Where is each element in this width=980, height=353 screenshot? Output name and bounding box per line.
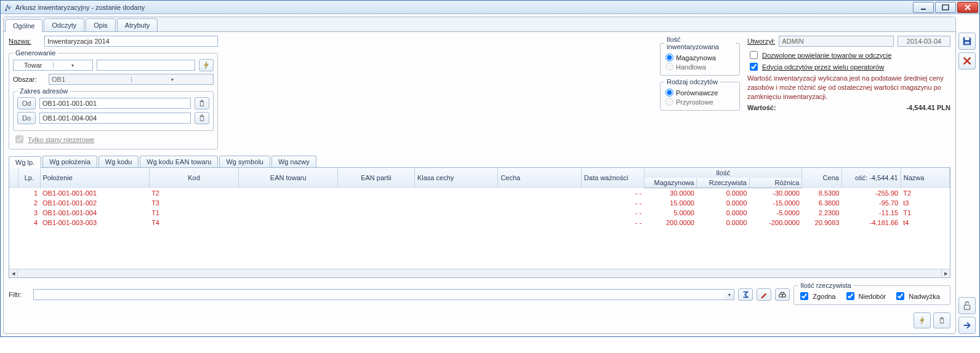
- od-button[interactable]: Od: [17, 97, 36, 109]
- svg-rect-7: [965, 305, 970, 309]
- grid-hscroll[interactable]: ◂ ▸: [9, 269, 950, 277]
- rodzaj-legend: Rodzaj odczytów: [664, 78, 720, 85]
- od-clear-button[interactable]: [195, 97, 209, 109]
- svg-rect-6: [965, 42, 969, 44]
- svg-point-3: [779, 294, 782, 297]
- action-delete-button[interactable]: [933, 312, 950, 328]
- rodzaj-przyrostowe[interactable]: Przyrostowe: [664, 97, 736, 106]
- th-eanp[interactable]: EAN partii: [337, 168, 414, 188]
- trash-icon: [198, 114, 206, 122]
- side-more-button[interactable]: [958, 317, 976, 334]
- svg-point-4: [782, 294, 785, 297]
- tab-ogolne[interactable]: Ogólne: [5, 19, 42, 32]
- tab-odczyty[interactable]: Odczyty: [44, 18, 84, 31]
- table-row[interactable]: 2OB1-001-001-002T3- -15.00000.0000-15.00…: [9, 198, 950, 208]
- scroll-track[interactable]: [18, 269, 941, 277]
- tab-wg-symbolu[interactable]: Wg symbolu: [219, 156, 270, 167]
- filtr-edit-button[interactable]: [757, 288, 771, 301]
- table-row[interactable]: 3OB1-001-001-004T1- -5.00000.0000-5.0000…: [9, 208, 950, 218]
- th-nazwa[interactable]: Nazwa: [901, 168, 949, 188]
- scroll-right-icon[interactable]: ▸: [941, 269, 950, 277]
- close-icon: [962, 55, 973, 66]
- ilosc-magazynowa[interactable]: Magazynowa: [664, 53, 736, 62]
- chevron-down-icon: ▾: [131, 77, 214, 82]
- th-kod[interactable]: Kod: [149, 168, 239, 188]
- grid-scroll[interactable]: Lp. Położenie Kod EAN towaru EAN partii …: [9, 168, 950, 269]
- svg-rect-5: [965, 38, 969, 40]
- do-input[interactable]: [39, 113, 191, 124]
- zakres-group: Zakres adresów Od Do: [13, 87, 214, 131]
- th-polozenie[interactable]: Położenie: [40, 168, 149, 188]
- wartosc-note: Wartość inwentaryzacji wyliczana jest na…: [747, 74, 950, 101]
- chk-nadwyzka[interactable]: Nadwyżka: [894, 290, 940, 302]
- chk-edycja[interactable]: Edycja odczytów przez wielu operatorów: [747, 61, 950, 73]
- titlebar: Arkusz inwentaryzacyjny - zostanie dodan…: [1, 1, 979, 14]
- nazwa-label: Nazwa:: [9, 38, 41, 45]
- th-cena[interactable]: Cena: [802, 168, 842, 188]
- tab-wg-lp[interactable]: Wg lp.: [9, 156, 41, 168]
- tylko-stany-checkbox[interactable]: Tylko stany niezerowe: [13, 133, 214, 145]
- filtr-sum-button[interactable]: [738, 288, 753, 301]
- obszar-value: OB1: [49, 76, 131, 83]
- obszar-label: Obszar:: [13, 76, 45, 83]
- window-close-button[interactable]: [957, 2, 978, 13]
- svg-rect-1: [921, 9, 926, 10]
- obszar-combo[interactable]: OB1 ▾: [49, 74, 214, 85]
- table-row[interactable]: 4OB1-001-003-003T4- -200.00000.0000-200.…: [9, 218, 950, 228]
- gen-type-value: Towar: [14, 61, 53, 69]
- svg-rect-2: [942, 5, 949, 10]
- rodzaj-porownawcze[interactable]: Porównawcze: [664, 88, 736, 97]
- gen-type-combo[interactable]: Towar ▾: [13, 60, 93, 71]
- th-ean[interactable]: EAN towaru: [239, 168, 337, 188]
- ilosc-rzeczywista-group: Ilość rzeczywista Zgodna Niedobór Nadwyż…: [793, 282, 950, 305]
- th-il-mag[interactable]: Magazynowa: [644, 178, 696, 188]
- gen-run-button[interactable]: [199, 59, 214, 71]
- grid-wrap: Lp. Położenie Kod EAN towaru EAN partii …: [9, 167, 950, 278]
- th-osc[interactable]: ość: -4,544.41: [841, 168, 901, 188]
- pencil-icon: [760, 290, 768, 299]
- th-il-rozn[interactable]: Różnica: [749, 178, 801, 188]
- th-il-rzecz[interactable]: Rzeczywista: [697, 178, 749, 188]
- th-klasa[interactable]: Klasa cechy: [414, 168, 497, 188]
- tab-wg-nazwy[interactable]: Wg nazwy: [271, 156, 316, 167]
- gen-extra-input[interactable]: [97, 60, 195, 71]
- chk-niedobor[interactable]: Niedobór: [844, 290, 886, 302]
- do-button[interactable]: Do: [17, 112, 36, 124]
- chk-powielanie[interactable]: Dozwolone powielanie towarów w odczycie: [747, 49, 950, 61]
- generowanie-legend: Generowanie: [13, 49, 58, 57]
- wartosc-label: Wartość:: [747, 104, 776, 111]
- th-lp[interactable]: Lp.: [18, 168, 40, 188]
- window-minimize-button[interactable]: [913, 2, 934, 13]
- window-maximize-button[interactable]: [935, 2, 956, 13]
- tab-opis[interactable]: Opis: [86, 18, 116, 31]
- tab-atrybuty[interactable]: Atrybuty: [117, 18, 158, 31]
- ilosc-legend: Ilość inwentaryzowana: [664, 36, 736, 50]
- filtr-input[interactable]: [33, 289, 725, 300]
- do-clear-button[interactable]: [195, 112, 209, 124]
- od-input[interactable]: [39, 98, 191, 109]
- sigma-icon: [741, 290, 750, 299]
- side-lock-button[interactable]: [958, 297, 976, 314]
- window-title: Arkusz inwentaryzacyjny - zostanie dodan…: [15, 4, 913, 11]
- side-cancel-button[interactable]: [958, 52, 976, 69]
- tab-wg-kodu[interactable]: Wg kodu: [98, 156, 139, 167]
- zakres-legend: Zakres adresów: [17, 87, 70, 95]
- side-save-button[interactable]: [958, 33, 976, 50]
- ilosc-rzeczywista-legend: Ilość rzeczywista: [798, 282, 854, 289]
- lightning-icon: [202, 61, 211, 69]
- th-ilosc-group[interactable]: Ilość: [644, 168, 801, 178]
- tab-wg-kodu-ean[interactable]: Wg kodu EAN towaru: [140, 156, 218, 167]
- floppy-icon: [962, 36, 973, 47]
- nazwa-input[interactable]: [44, 36, 218, 47]
- th-cecha[interactable]: Cecha: [498, 168, 581, 188]
- filtr-dropdown[interactable]: ▾: [725, 289, 734, 300]
- tab-wg-polozenia[interactable]: Wg położenia: [42, 156, 97, 167]
- table-row[interactable]: 1OB1-001-001-001T2- -30.00000.0000-30.00…: [9, 188, 950, 199]
- th-dataw[interactable]: Data ważności: [581, 168, 644, 188]
- action-run-button[interactable]: [914, 312, 931, 328]
- chk-zgodna[interactable]: Zgodna: [798, 290, 835, 302]
- scroll-left-icon[interactable]: ◂: [9, 269, 18, 277]
- filtr-search-button[interactable]: [775, 288, 790, 301]
- ilosc-handlowa[interactable]: Handlowa: [664, 62, 736, 71]
- utworzyl-label: Utworzył:: [747, 38, 775, 45]
